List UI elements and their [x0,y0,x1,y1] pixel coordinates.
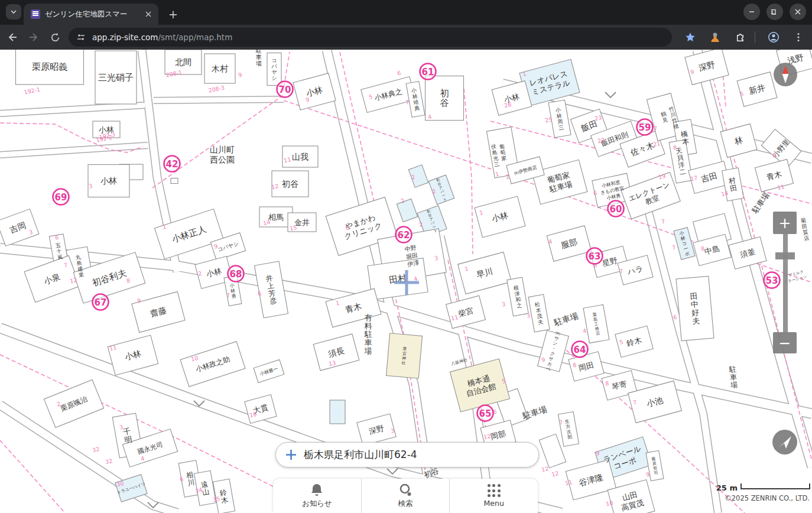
zoom-control: + − [768,208,804,407]
grid-menu-icon [488,484,501,497]
profile-icon [768,31,779,43]
road [154,99,284,100]
map-label: 有料駐車場 [364,313,373,355]
extension-avatar-icon [709,31,721,43]
maximize-button[interactable] [766,4,783,20]
back-button[interactable] [4,28,21,46]
building [171,178,178,184]
map-number-text: 64 [574,345,586,355]
map-label: 相馬 [268,213,284,222]
map-label: 初谷 [281,179,298,189]
scale-label: 25 m [716,483,738,492]
zenrin-favicon [31,9,40,19]
map-number-text: 68 [230,269,242,280]
zoom-slider-handle[interactable] [775,252,795,259]
tab-strip: ゼンリン住宅地図スマー + [0,0,812,25]
map-number-text: 60 [610,204,622,215]
profile-button[interactable] [765,28,782,46]
extension-avatar-button[interactable] [706,28,724,46]
scale-bracket [741,483,810,489]
search-button[interactable]: 検索 [361,479,450,513]
map-label: 金井 [294,218,310,227]
site-info-icon[interactable] [76,32,86,43]
reload-button[interactable] [46,28,64,46]
forward-button[interactable] [25,28,43,46]
map-label: 初谷 [440,88,449,108]
building [330,400,345,424]
notifications-button[interactable]: お知らせ [273,479,361,513]
address-text: 栃木県足利市山川町62-4 [304,448,417,462]
map-number-text: 65 [479,408,492,419]
zoom-in-button[interactable]: + [773,212,797,234]
map-canvas[interactable]: 栗原昭義三光硝子北間木村小林小林山川町西公園コバヤシ駐車場小林小林典之小林靖典初… [0,50,812,513]
url-path: /smt/app/map.htm [158,33,233,42]
add-location-icon [285,449,297,460]
forward-arrow-icon [28,31,40,43]
map-scale: 25 m [680,481,812,495]
tab-search-button[interactable] [6,4,21,20]
zoom-slider-track[interactable] [783,234,788,332]
back-arrow-icon [7,31,18,43]
tab-title: ゼンリン住宅地図スマー [45,9,143,20]
map-label: 山我 [292,152,308,161]
bookmark-star-button[interactable] [681,28,699,46]
map-label: コバヤシ [271,57,277,81]
browser-menu-button[interactable] [790,28,807,46]
star-icon [685,32,696,43]
locate-button[interactable] [772,429,798,455]
map-label: 栗原昭義 [32,61,67,72]
tab-close-icon[interactable] [143,9,154,20]
toolbar-divider [755,31,755,43]
notifications-label: お知らせ [302,499,332,509]
close-button[interactable] [790,4,806,20]
browser-toolbar: app.zip-site.com/smt/app/map.htm [0,25,812,50]
bell-icon [309,483,324,497]
map-label: 北間 [175,57,191,67]
zoom-out-button[interactable]: − [773,332,797,353]
map-number-text: 61 [422,67,434,77]
address-search-pill[interactable]: 栃木県足利市山川町62-4 [275,442,539,467]
map-number-text: 63 [589,251,601,262]
chevron-down-icon [10,8,17,15]
map-label: 三光硝子 [98,72,134,83]
browser-window: ゼンリン住宅地図スマー + app.zip-site.com/smt/app/m… [0,0,812,513]
search-icon [398,483,413,497]
minimize-button[interactable] [743,4,760,20]
reload-icon [50,32,61,43]
map-number-text: 69 [55,192,67,203]
menu-label: Menu [484,499,504,508]
compass-button[interactable] [772,61,798,87]
map-label: 小林 [100,176,117,186]
map-number-text: 67 [95,297,107,308]
map-label: 駐車場 [255,50,262,67]
map-number-text: 70 [279,85,291,95]
bottom-nav-bar: お知らせ 検索 Menu [273,479,538,513]
puzzle-icon [735,32,746,43]
menu-button[interactable]: Menu [449,479,538,513]
omnibox[interactable]: app.zip-site.com/smt/app/map.htm [69,28,672,47]
search-label: 検索 [398,499,413,509]
map-label: 木村 [211,64,228,73]
extensions-puzzle-button[interactable] [731,28,749,46]
map-number-text: 62 [398,230,410,241]
map-number-text: 42 [166,159,178,170]
browser-tab[interactable]: ゼンリン住宅地図スマー [24,4,158,25]
url-host: app.zip-site.com [92,33,158,42]
new-tab-button[interactable]: + [165,7,181,22]
map-label: 山川町西公園 [210,145,235,164]
map-number-text: 59 [639,122,651,133]
kebab-menu-icon [794,33,803,42]
copyright-text: ©2025 ZENRIN CO., LTD. [629,494,810,502]
